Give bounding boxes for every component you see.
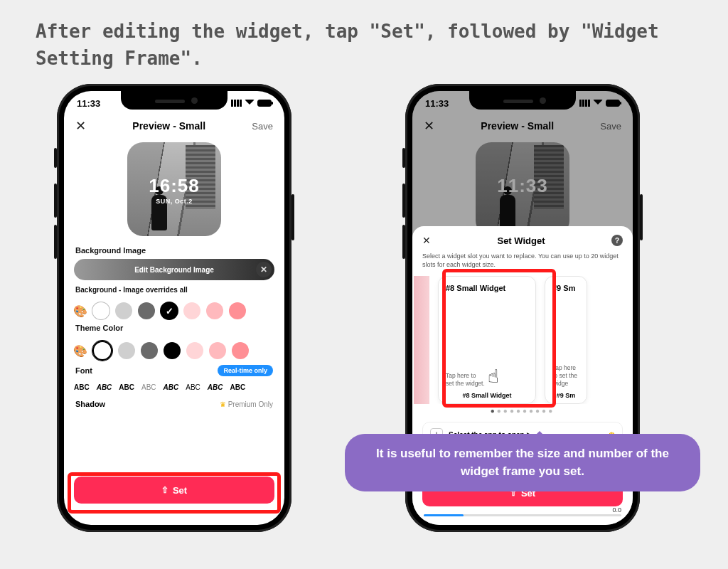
widget-date: SUN, Oct.2 — [127, 198, 221, 205]
save-button[interactable]: Save — [252, 121, 273, 132]
edit-background-button[interactable]: Edit Background Image ✕ — [74, 259, 274, 280]
help-icon[interactable]: ? — [611, 235, 623, 246]
set-button[interactable]: ⇧ Set — [74, 477, 274, 504]
phone-mockup-left: 11:33 ✕ Preview - Small Save 16:58 SUN, … — [57, 84, 291, 532]
phone-notch — [121, 91, 228, 110]
section-shadow: Shadow ♛ Premium Only — [64, 395, 284, 413]
color-swatch[interactable] — [164, 342, 181, 359]
progress-bar[interactable] — [424, 514, 621, 516]
phone-notch — [469, 91, 576, 110]
section-bg-image: Background Image — [64, 243, 284, 259]
color-swatch[interactable] — [232, 342, 249, 359]
signal-icon — [231, 100, 242, 107]
section-theme-color: Theme Color — [64, 321, 284, 336]
font-options-row[interactable]: ABCABCABCABCABCABCABCABC — [64, 381, 284, 395]
screen-title: Preview - Small — [132, 120, 205, 132]
color-swatch-selected[interactable] — [92, 341, 112, 361]
tip-callout: It is useful to remember the size and nu… — [345, 434, 700, 491]
close-icon[interactable]: ✕ — [422, 235, 431, 246]
share-icon: ⇧ — [161, 485, 168, 495]
crown-icon: ♛ — [220, 400, 226, 408]
status-time: 11:33 — [77, 98, 100, 109]
color-swatch[interactable] — [183, 302, 200, 319]
widget-preview: 16:58 SUN, Oct.2 — [127, 142, 221, 236]
progress-value: 0.0 — [612, 506, 621, 514]
clear-bg-icon[interactable]: ✕ — [256, 262, 272, 277]
color-swatch[interactable] — [141, 342, 158, 359]
color-swatch[interactable] — [229, 302, 246, 319]
color-swatch[interactable] — [138, 302, 155, 319]
realtime-badge: Real-time only — [218, 365, 273, 376]
widget-slot-9[interactable]: #9 Sm Tap here to set the widge #9 Sm — [545, 276, 587, 404]
section-bg-override: Background - Image overrides all — [64, 280, 284, 298]
color-swatch[interactable] — [92, 302, 109, 319]
color-swatch[interactable] — [118, 342, 135, 359]
wifi-icon — [245, 98, 255, 108]
tap-hand-icon: ☝︎ — [488, 366, 499, 388]
widget-slot-8[interactable]: #8 Small Widget Tap here to set the widg… — [438, 276, 536, 404]
color-swatch-selected[interactable] — [161, 302, 178, 319]
widget-slot-partial[interactable] — [414, 276, 429, 404]
page-dots: ●●●●●●●●●● — [422, 407, 623, 415]
background-color-row: 🎨 — [64, 298, 284, 321]
theme-color-row: 🎨 — [64, 336, 284, 362]
palette-icon[interactable]: 🎨 — [74, 304, 87, 317]
color-swatch[interactable] — [115, 302, 132, 319]
battery-icon — [257, 100, 272, 107]
sheet-description: Select a widget slot you want to replace… — [422, 252, 623, 269]
instruction-headline: After editing the widget, tap "Set", fol… — [36, 18, 728, 72]
color-swatch[interactable] — [206, 302, 223, 319]
palette-icon[interactable]: 🎨 — [74, 344, 87, 357]
color-swatch[interactable] — [209, 342, 226, 359]
sheet-title: Set Widget — [497, 235, 545, 246]
close-icon[interactable]: ✕ — [75, 118, 86, 134]
color-swatch[interactable] — [186, 342, 203, 359]
widget-time: 16:58 — [127, 175, 221, 197]
section-font: Font Real-time only — [64, 362, 284, 381]
